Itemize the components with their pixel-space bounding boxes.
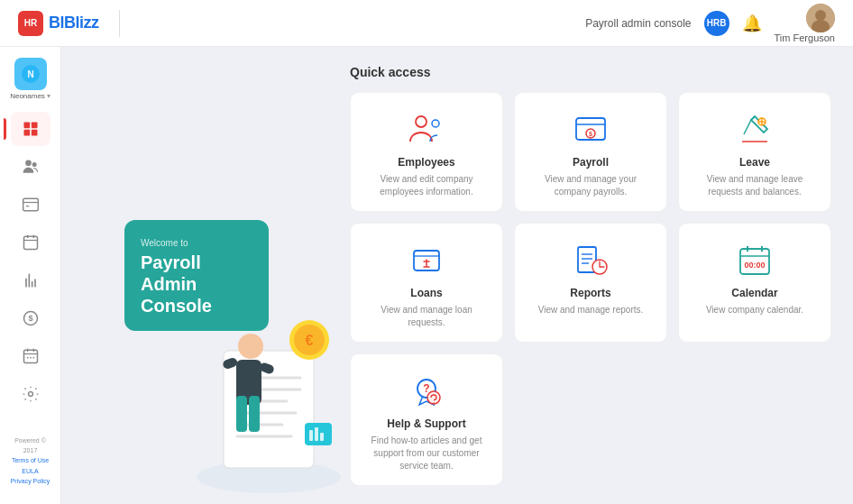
top-navigation: HR BlBlizz Payroll admin console HRB 🔔 T… — [0, 0, 853, 47]
nav-avatar-badge[interactable]: HRB — [704, 11, 729, 36]
payroll-card-title: Payroll — [573, 156, 609, 169]
svg-rect-6 — [31, 122, 37, 128]
company-name: Neonames — [10, 92, 45, 101]
help-card-title: Help & Support — [387, 417, 465, 430]
payroll-card-icon: $ — [571, 109, 610, 149]
quick-access-title: Quick access — [350, 65, 831, 79]
svg-point-27 — [28, 391, 32, 396]
sidebar-item-leave[interactable] — [11, 225, 50, 260]
quick-access-grid: Employees View and edit company employee… — [350, 92, 831, 486]
svg-point-24 — [26, 356, 28, 358]
reports-nav-icon — [22, 271, 40, 289]
user-avatar[interactable] — [806, 4, 835, 32]
leave-card[interactable]: Leave View and manage leave requests and… — [678, 92, 831, 212]
main-layout: N Neonames ▾ — [0, 47, 853, 504]
welcome-card: Welcome to Payroll Admin Console — [124, 220, 269, 331]
content-area: Welcome to Payroll Admin Console — [61, 47, 853, 504]
svg-rect-11 — [23, 198, 38, 210]
svg-point-73 — [433, 402, 435, 404]
reports-card-icon — [571, 240, 610, 279]
privacy-link[interactable]: Privacy Policy — [11, 478, 50, 484]
svg-point-1 — [815, 10, 826, 21]
payroll-card[interactable]: $ Payroll View and manage your company p… — [514, 92, 667, 212]
sidebar-item-employees[interactable] — [11, 150, 50, 184]
employees-nav-icon — [22, 158, 40, 176]
leave-nav-icon — [22, 234, 40, 252]
svg-rect-14 — [23, 236, 37, 249]
logo-prefix: HR — [24, 18, 37, 28]
employees-card-desc: View and edit company employees informat… — [363, 173, 490, 198]
logo-area: HR BlBlizz — [18, 10, 134, 37]
svg-rect-20 — [23, 350, 37, 362]
svg-text:$: $ — [589, 131, 592, 138]
employees-card[interactable]: Employees View and edit company employee… — [350, 92, 503, 212]
sidebar-item-payroll[interactable] — [11, 188, 50, 222]
svg-rect-8 — [31, 129, 37, 135]
svg-rect-39 — [249, 396, 260, 432]
sidebar: N Neonames ▾ — [0, 47, 61, 504]
svg-text:€: € — [306, 333, 314, 348]
help-card[interactable]: ? Help & Support Find how-to articles an… — [350, 353, 503, 486]
calendar-card-title: Calendar — [731, 287, 777, 299]
payroll-card-desc: View and manage your company payrolls. — [527, 173, 654, 198]
svg-rect-5 — [23, 122, 30, 128]
svg-point-72 — [427, 391, 440, 404]
sidebar-footer-text: Powered © 2017 Terms of Use EULA Privacy… — [7, 435, 53, 486]
leave-card-icon — [735, 109, 775, 149]
calendar-nav-icon — [22, 347, 40, 365]
user-name: Tim Ferguson — [775, 32, 835, 43]
employees-card-title: Employees — [398, 156, 454, 169]
svg-rect-48 — [320, 433, 324, 441]
eula-link[interactable]: EULA — [22, 468, 38, 474]
leave-card-title: Leave — [739, 156, 770, 169]
sidebar-item-reports[interactable] — [11, 263, 50, 298]
svg-point-9 — [25, 160, 32, 166]
svg-point-50 — [432, 120, 439, 127]
welcome-section: Welcome to Payroll Admin Console — [61, 47, 332, 504]
svg-rect-38 — [236, 396, 247, 432]
svg-point-49 — [416, 116, 426, 127]
svg-rect-7 — [23, 129, 30, 135]
company-section: N Neonames ▾ — [0, 58, 60, 101]
calendar-card-desc: View company calendar. — [706, 304, 803, 316]
company-chevron-icon[interactable]: ▾ — [47, 92, 50, 100]
loans-card-desc: View and manage loan requests. — [363, 304, 490, 329]
svg-text:00:00: 00:00 — [744, 261, 765, 270]
loans-card-title: Loans — [410, 287, 442, 299]
logo-text: BlBlizz — [49, 14, 99, 32]
company-logo-icon: N — [20, 63, 41, 85]
payroll-nav-icon — [22, 196, 40, 214]
sidebar-item-dashboard[interactable] — [11, 112, 50, 146]
welcome-prefix: Welcome to — [141, 238, 252, 248]
calendar-card[interactable]: 00:00 Calendar View company calendar. — [678, 223, 831, 343]
user-avatar-icon — [806, 4, 835, 32]
logo-badge: HR — [18, 11, 43, 36]
svg-rect-47 — [315, 427, 318, 441]
reports-card-title: Reports — [570, 287, 610, 299]
nav-divider — [119, 10, 120, 37]
reports-card[interactable]: Reports View and manage reports. — [514, 223, 667, 343]
dashboard-icon — [22, 120, 40, 138]
svg-text:N: N — [27, 69, 33, 79]
reports-card-desc: View and manage reports. — [538, 304, 644, 316]
svg-point-26 — [32, 356, 34, 358]
welcome-title: Payroll Admin Console — [141, 252, 252, 316]
console-label: Payroll admin console — [585, 17, 691, 30]
terms-link[interactable]: Terms of Use — [12, 457, 49, 463]
svg-point-25 — [30, 356, 32, 358]
settings-nav-icon — [22, 385, 40, 403]
help-card-desc: Find how-to articles and get support fro… — [363, 435, 490, 472]
svg-text:$: $ — [28, 314, 32, 323]
company-logo[interactable]: N — [14, 58, 47, 90]
notification-bell-icon[interactable]: 🔔 — [742, 14, 762, 33]
help-card-icon: ? — [407, 371, 446, 410]
svg-rect-46 — [309, 430, 313, 441]
sidebar-item-settings[interactable] — [11, 377, 50, 411]
loans-card-icon — [407, 240, 446, 279]
sidebar-item-calendar[interactable] — [11, 339, 50, 373]
loans-card[interactable]: Loans View and manage loan requests. — [350, 223, 503, 343]
sidebar-footer: Powered © 2017 Terms of Use EULA Privacy… — [0, 428, 60, 493]
sidebar-item-loans[interactable]: $ — [11, 301, 50, 335]
loans-nav-icon: $ — [22, 309, 40, 327]
nav-right-area: Payroll admin console HRB 🔔 Tim Ferguson — [585, 4, 835, 43]
